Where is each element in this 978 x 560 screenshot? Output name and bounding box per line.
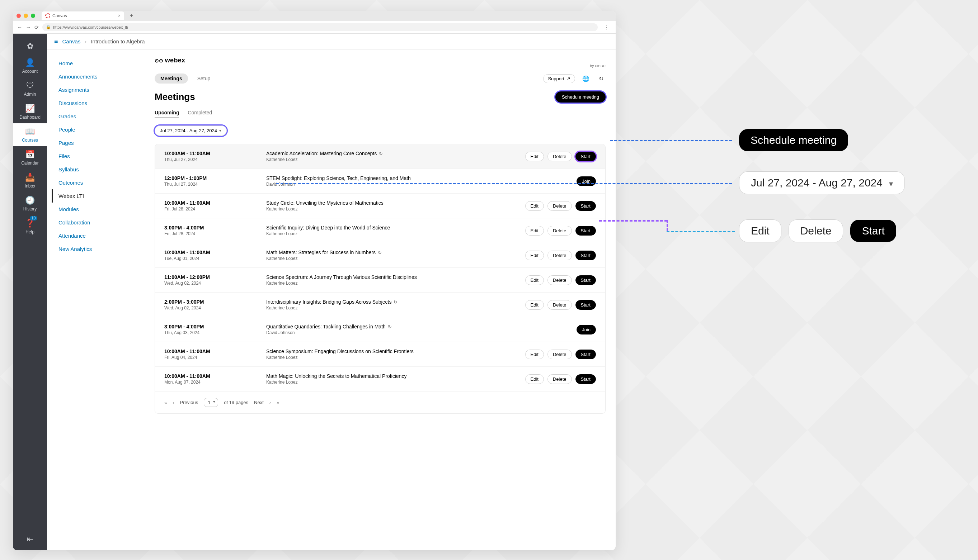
rail-calendar[interactable]: 📅 Calendar xyxy=(13,146,47,169)
coursenav-item[interactable]: Webex LTI xyxy=(52,189,146,203)
coursenav-item[interactable]: Home xyxy=(55,57,146,70)
coursenav-item[interactable]: Syllabus xyxy=(55,163,146,176)
hamburger-icon[interactable]: ≡ xyxy=(54,38,58,45)
delete-button[interactable]: Delete xyxy=(547,152,572,161)
rail-label: Account xyxy=(22,69,38,74)
refresh-icon[interactable]: ↻ xyxy=(597,75,605,82)
edit-button[interactable]: Edit xyxy=(525,374,544,384)
edit-button[interactable]: Edit xyxy=(525,152,544,161)
edit-button[interactable]: Edit xyxy=(525,201,544,211)
tab-setup[interactable]: Setup xyxy=(192,73,216,83)
close-tab-icon[interactable]: × xyxy=(118,13,120,18)
start-button[interactable]: Start xyxy=(575,201,596,211)
coursenav-item[interactable]: Files xyxy=(55,150,146,163)
start-button[interactable]: Start xyxy=(575,152,596,161)
delete-button[interactable]: Delete xyxy=(547,300,572,310)
date-range-text: Jul 27, 2024 - Aug 27, 2024 xyxy=(160,128,217,133)
back-button[interactable]: ← xyxy=(17,24,22,30)
delete-button[interactable]: Delete xyxy=(547,226,572,235)
start-button[interactable]: Start xyxy=(575,350,596,359)
start-button[interactable]: Start xyxy=(575,374,596,384)
meeting-row: 3:00PM - 4:00PM Thu, Aug 03, 2024Quantit… xyxy=(155,317,605,342)
lock-icon: 🔒 xyxy=(46,25,51,29)
start-button[interactable]: Start xyxy=(575,226,596,235)
callout-chip: Schedule meeting xyxy=(739,129,848,151)
rail-help[interactable]: ❓ 10 Help xyxy=(13,215,47,238)
next-page-icon[interactable]: › xyxy=(269,400,271,405)
tab-meetings[interactable]: Meetings xyxy=(155,73,188,83)
prev-page-icon[interactable]: ‹ xyxy=(172,400,174,405)
rail-logo[interactable]: ✿ xyxy=(13,38,47,55)
start-button[interactable]: Start xyxy=(575,251,596,260)
breadcrumb-root[interactable]: Canvas xyxy=(62,38,81,45)
webex-titlebar: Meetings Schedule meeting xyxy=(155,92,605,103)
external-link-icon: ↗ xyxy=(567,76,570,82)
callout-schedule: Schedule meeting xyxy=(739,129,848,151)
collapse-rail-icon[interactable]: ⇤ xyxy=(27,535,33,544)
meeting-time: 11:00AM - 12:00PM xyxy=(164,274,257,280)
url-field[interactable]: 🔒 https://www.canvas.com/courses/webex_l… xyxy=(42,23,598,31)
coursenav-item[interactable]: Attendance xyxy=(55,229,146,242)
coursenav-item[interactable]: Discussions xyxy=(55,97,146,110)
browser-tab-canvas[interactable]: Canvas × xyxy=(42,12,124,20)
edit-button[interactable]: Edit xyxy=(525,350,544,359)
coursenav-item[interactable]: Assignments xyxy=(55,83,146,97)
schedule-meeting-button[interactable]: Schedule meeting xyxy=(555,92,605,103)
callout-actions: Edit Delete Start xyxy=(739,219,896,242)
coursenav-item[interactable]: Announcements xyxy=(55,70,146,83)
new-tab-button[interactable]: + xyxy=(127,13,136,19)
start-button[interactable]: Start xyxy=(575,275,596,285)
next-label[interactable]: Next xyxy=(254,400,264,405)
pagination: « ‹ Previous 1 of 19 pages Next › xyxy=(155,391,605,413)
rail-admin[interactable]: 🛡 Admin xyxy=(13,77,47,100)
delete-button[interactable]: Delete xyxy=(547,350,572,359)
tab-completed[interactable]: Completed xyxy=(188,110,212,118)
delete-button[interactable]: Delete xyxy=(547,251,572,260)
forward-button[interactable]: → xyxy=(26,24,31,30)
edit-button[interactable]: Edit xyxy=(525,275,544,285)
coursenav-item[interactable]: Collaboration xyxy=(55,216,146,229)
rail-inbox[interactable]: 📥 Inbox xyxy=(13,169,47,192)
edit-button[interactable]: Edit xyxy=(525,226,544,235)
start-button[interactable]: Start xyxy=(575,300,596,310)
edit-button[interactable]: Edit xyxy=(525,300,544,310)
first-page-icon[interactable]: « xyxy=(164,400,167,405)
delete-button[interactable]: Delete xyxy=(547,201,572,211)
meeting-row: 10:00AM - 11:00AM Fri, Aug 04, 2024Scien… xyxy=(155,342,605,367)
support-button[interactable]: Support ↗ xyxy=(543,74,575,83)
browser-window: Canvas × + ← → ⟳ 🔒 https://www.canvas.co… xyxy=(13,11,616,550)
join-button[interactable]: Join xyxy=(577,325,596,335)
globe-icon[interactable]: 🌐 xyxy=(580,75,592,82)
rail-dashboard[interactable]: 📈 Dashboard xyxy=(13,100,47,123)
edit-button[interactable]: Edit xyxy=(525,251,544,260)
join-button[interactable]: Join xyxy=(577,177,596,186)
meeting-row: 3:00PM - 4:00PM Fri, Jul 28, 2024Scienti… xyxy=(155,218,605,243)
rail-history[interactable]: 🕘 History xyxy=(13,192,47,215)
previous-label[interactable]: Previous xyxy=(180,400,198,405)
rail-account[interactable]: 👤 Account xyxy=(13,55,47,77)
last-page-icon[interactable]: » xyxy=(277,400,279,405)
reload-button[interactable]: ⟳ xyxy=(34,24,39,30)
courses-icon: 📖 xyxy=(25,127,35,136)
coursenav-item[interactable]: Modules xyxy=(55,203,146,216)
date-range-picker[interactable]: Jul 27, 2024 - Aug 27, 2024 ▾ xyxy=(155,125,227,136)
page-select[interactable]: 1 xyxy=(204,398,218,407)
callout-connector xyxy=(667,220,668,231)
delete-button[interactable]: Delete xyxy=(547,275,572,285)
coursenav-item[interactable]: Pages xyxy=(55,136,146,150)
coursenav-item[interactable]: Grades xyxy=(55,110,146,123)
browser-address-bar: ← → ⟳ 🔒 https://www.canvas.com/courses/w… xyxy=(13,21,616,34)
delete-button[interactable]: Delete xyxy=(547,374,572,384)
browser-more-icon[interactable]: ⋮ xyxy=(601,24,611,30)
coursenav-item[interactable]: People xyxy=(55,123,146,136)
meeting-row: 10:00AM - 11:00AM Tue, Aug 01, 2024Math … xyxy=(155,243,605,267)
minimize-window-icon[interactable] xyxy=(24,13,28,18)
close-window-icon[interactable] xyxy=(17,13,21,18)
course-nav: HomeAnnouncementsAssignmentsDiscussionsG… xyxy=(47,50,155,550)
inbox-icon: 📥 xyxy=(25,173,35,182)
rail-courses[interactable]: 📖 Courses xyxy=(13,123,47,146)
tab-upcoming[interactable]: Upcoming xyxy=(155,110,179,118)
coursenav-item[interactable]: Outcomes xyxy=(55,176,146,189)
coursenav-item[interactable]: New Analytics xyxy=(55,242,146,256)
maximize-window-icon[interactable] xyxy=(31,13,35,18)
